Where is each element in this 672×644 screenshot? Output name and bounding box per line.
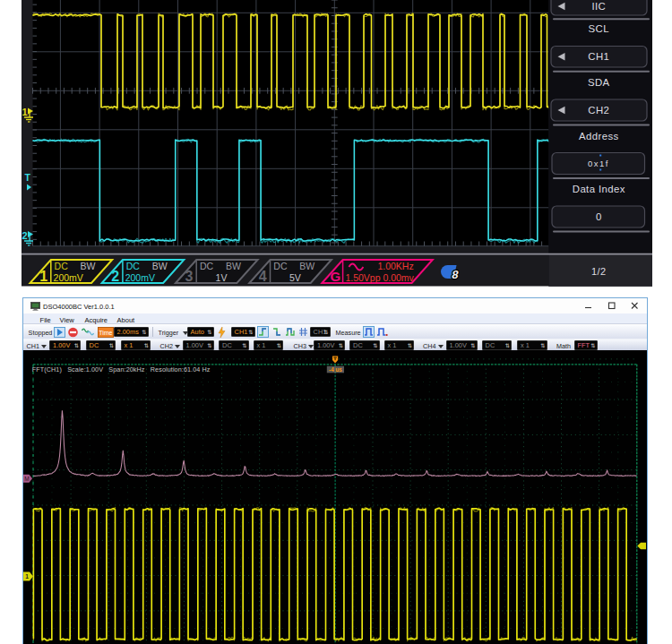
svg-text:200mV: 200mV (54, 272, 83, 283)
svg-text:-4 us: -4 us (329, 366, 342, 373)
svg-text:0: 0 (596, 211, 602, 222)
svg-text:BW: BW (299, 261, 314, 271)
svg-text:CH1: CH1 (588, 51, 609, 62)
svg-text:5V: 5V (289, 272, 301, 283)
svg-text:0x1f: 0x1f (588, 159, 609, 168)
svg-text:DC: DC (126, 261, 141, 271)
svg-text:2: 2 (111, 269, 119, 284)
svg-text:1V: 1V (216, 272, 228, 283)
svg-text:4: 4 (259, 269, 267, 284)
svg-text:3: 3 (185, 269, 194, 284)
svg-text:G: G (331, 269, 341, 284)
svg-text:BW: BW (81, 261, 96, 271)
svg-text:BW: BW (226, 261, 241, 271)
svg-text:CH2: CH2 (588, 105, 609, 116)
svg-text:200mV: 200mV (125, 272, 155, 283)
svg-text:1/2: 1/2 (591, 266, 607, 277)
svg-text:DC: DC (55, 261, 69, 271)
svg-text:SCL: SCL (589, 23, 609, 34)
svg-text:Address: Address (579, 131, 619, 142)
svg-text:1: 1 (22, 107, 28, 117)
svg-text:DC: DC (273, 261, 288, 271)
svg-text:BW: BW (152, 261, 168, 271)
svg-text:1: 1 (39, 269, 47, 284)
svg-text:SDA: SDA (588, 77, 610, 88)
svg-text:2: 2 (22, 230, 28, 241)
svg-text:FFT(CH1) Scale:1.00V Span:: FFT(CH1) Scale:1.00V Span:20kHz Resoluti… (31, 365, 210, 374)
svg-text:DC: DC (200, 261, 214, 271)
svg-text:Data Index: Data Index (573, 184, 625, 194)
svg-text:M: M (24, 476, 29, 482)
svg-text:1: 1 (25, 574, 29, 580)
svg-text:8: 8 (452, 269, 459, 282)
svg-text:T: T (25, 172, 31, 183)
svg-text:1.50Vpp 0.00mv: 1.50Vpp 0.00mv (345, 272, 414, 283)
svg-text:1.00KHz: 1.00KHz (377, 261, 413, 271)
svg-text:IIC: IIC (591, 1, 606, 12)
